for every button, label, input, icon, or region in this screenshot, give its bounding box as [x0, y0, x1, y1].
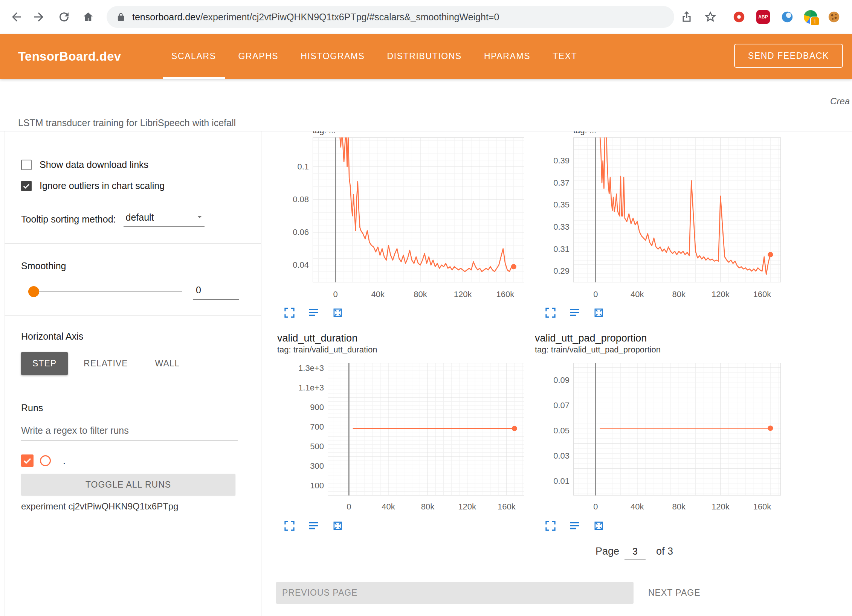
y-tick-label: 1.3e+3: [289, 363, 324, 373]
y-tick-label: 0.09: [535, 375, 570, 385]
share-icon[interactable]: [680, 10, 693, 24]
x-tick-label: 80k: [405, 289, 435, 300]
x-tick-label: 0: [334, 502, 364, 512]
show-download-label: Show data download links: [40, 159, 148, 170]
run-checkbox[interactable]: [21, 454, 34, 467]
y-tick-label: 0.04: [274, 260, 309, 270]
x-tick-label: 160k: [747, 502, 777, 512]
x-tick-label: 40k: [622, 502, 652, 512]
cookie-icon[interactable]: [827, 10, 841, 24]
runs-label-row: Runs: [21, 403, 43, 413]
ignore-outliers-label: Ignore outliers in chart scaling: [40, 180, 165, 191]
runs-label: Runs: [21, 403, 43, 413]
extension-blue-circle-icon[interactable]: [780, 10, 794, 24]
y-tick-label: 0.06: [274, 227, 309, 237]
extension-abp-icon[interactable]: ABP: [756, 10, 770, 24]
back-icon[interactable]: [10, 10, 23, 24]
x-tick-label: 160k: [492, 502, 522, 512]
y-tick-label: 0.1: [274, 162, 309, 172]
chart-plot-top-left-clipped[interactable]: [313, 137, 524, 282]
main-nav: SCALARSGRAPHSHISTOGRAMSDISTRIBUTIONSHPAR…: [162, 34, 590, 79]
smoothing-value-input[interactable]: 0: [193, 285, 239, 300]
tooltip-sorting-dropdown[interactable]: default: [124, 212, 205, 227]
fit-to-data-icon[interactable]: [332, 307, 344, 319]
data-lines-icon[interactable]: [308, 307, 319, 319]
horizontal-axis-options: STEPRELATIVEWALL: [21, 352, 195, 375]
data-lines-icon[interactable]: [569, 520, 580, 532]
x-tick-label: 40k: [373, 502, 403, 512]
x-tick-label: 40k: [363, 289, 393, 300]
reload-icon[interactable]: [57, 10, 71, 24]
next-page-button[interactable]: NEXT PAGE: [646, 582, 703, 604]
x-tick-label: 80k: [413, 502, 443, 512]
y-tick-label: 0.29: [535, 266, 570, 276]
tab-scalars[interactable]: SCALARS: [162, 34, 226, 79]
tab-graphs[interactable]: GRAPHS: [229, 34, 288, 79]
chart-plot-top-right-clipped[interactable]: [573, 137, 781, 282]
axis-option-relative[interactable]: RELATIVE: [72, 352, 139, 375]
smoothing-slider[interactable]: [30, 291, 182, 292]
tooltip-sorting-row: Tooltip sorting method: default: [21, 212, 205, 227]
smoothing-label: Smoothing: [21, 261, 66, 271]
send-feedback-button[interactable]: SEND FEEDBACK: [734, 44, 843, 68]
forward-icon[interactable]: [32, 10, 46, 24]
divider: [5, 390, 261, 390]
show-download-checkbox[interactable]: [21, 160, 32, 170]
x-tick-label: 120k: [452, 502, 482, 512]
fit-to-data-icon[interactable]: [593, 520, 605, 532]
data-lines-icon[interactable]: [308, 520, 319, 532]
tooltip-sorting-value: default: [126, 212, 154, 223]
expand-chart-icon[interactable]: [284, 520, 295, 532]
x-tick-label: 80k: [664, 289, 694, 300]
address-bar[interactable]: tensorboard.dev/experiment/cj2vtPiwQHKN9…: [107, 6, 674, 28]
x-tick-label: 120k: [705, 289, 736, 300]
divider: [5, 243, 261, 244]
tab-hparams[interactable]: HPARAMS: [475, 34, 540, 79]
tab-histograms[interactable]: HISTOGRAMS: [291, 34, 374, 79]
toggle-all-runs-button[interactable]: TOGGLE ALL RUNS: [21, 474, 235, 496]
expand-chart-icon[interactable]: [545, 307, 556, 319]
y-tick-label: 0.05: [535, 426, 570, 436]
page-of-label: of 3: [656, 546, 673, 557]
subheader: Crea LSTM transducer training for LibriS…: [0, 79, 852, 131]
chart-plot-valid_utt_duration[interactable]: [328, 363, 524, 496]
bookmark-star-icon[interactable]: [704, 10, 717, 24]
y-tick-label: 0.31: [535, 244, 570, 254]
fit-to-data-icon[interactable]: [332, 520, 344, 532]
clipped-chart-subtitle: tag: ...: [573, 131, 731, 137]
y-tick-label: 0.39: [535, 156, 570, 166]
y-tick-label: 0.08: [274, 195, 309, 204]
home-icon[interactable]: [81, 10, 95, 24]
chart-subtitle-valid_utt_duration: tag: train/valid_utt_duration: [277, 345, 377, 355]
expand-chart-icon[interactable]: [284, 307, 295, 319]
data-lines-icon[interactable]: [569, 307, 580, 319]
x-tick-label: 0: [321, 289, 351, 300]
ignore-outliers-checkbox[interactable]: [21, 181, 32, 191]
x-tick-label: 40k: [622, 289, 652, 300]
y-tick-label: 0.03: [535, 451, 570, 461]
expand-chart-icon[interactable]: [545, 520, 556, 532]
tab-distributions[interactable]: DISTRIBUTIONS: [378, 34, 471, 79]
x-tick-label: 0: [580, 502, 611, 512]
tab-text[interactable]: TEXT: [543, 34, 586, 79]
smoothing-slider-knob[interactable]: [28, 286, 39, 297]
axis-option-step[interactable]: STEP: [21, 352, 68, 375]
app-logo[interactable]: TensorBoard.dev: [18, 34, 121, 79]
chart-plot-valid_utt_pad_proportion[interactable]: [573, 363, 781, 496]
previous-page-button[interactable]: PREVIOUS PAGE: [276, 582, 634, 604]
axis-option-wall[interactable]: WALL: [144, 352, 191, 375]
y-tick-label: 0.01: [535, 476, 570, 486]
x-tick-label: 120k: [448, 289, 478, 300]
runs-filter-input[interactable]: [21, 425, 238, 441]
x-tick-label: 160k: [490, 289, 520, 300]
run-row: .: [21, 454, 66, 467]
extension-red-circle-icon[interactable]: [732, 10, 746, 24]
chart-title-valid_utt_duration: valid_utt_duration: [277, 332, 357, 344]
page-number-input[interactable]: [624, 546, 646, 560]
settings-sidebar: Show data download links Ignore outliers…: [0, 131, 261, 616]
tooltip-sorting-label: Tooltip sorting method:: [21, 214, 116, 225]
fit-to-data-icon[interactable]: [593, 307, 605, 319]
horizontal-axis-label-row: Horizontal Axis: [21, 331, 83, 342]
y-tick-label: 1.1e+3: [289, 383, 324, 393]
profile-avatar[interactable]: 1: [804, 10, 817, 24]
